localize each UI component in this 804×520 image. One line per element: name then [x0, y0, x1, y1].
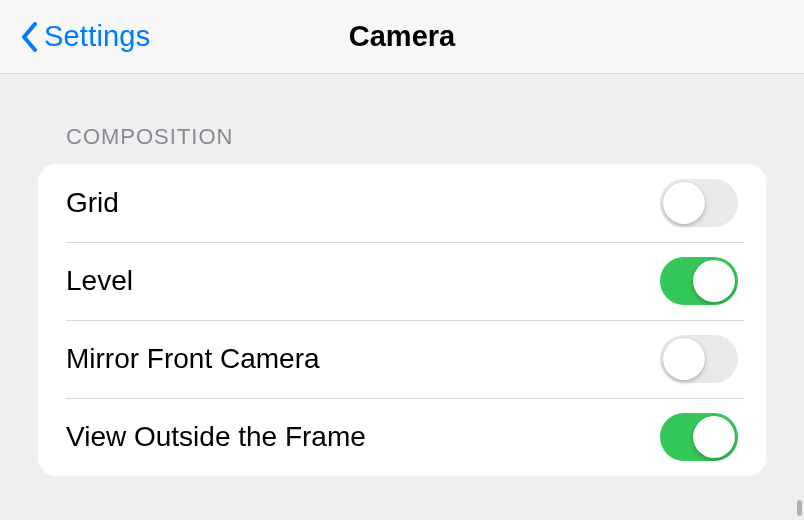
row-mirror-front-camera[interactable]: Mirror Front Camera — [38, 320, 766, 398]
settings-group-composition: Grid Level Mirror Front Camera View Outs… — [38, 164, 766, 476]
row-label: Mirror Front Camera — [66, 343, 320, 375]
switch-grid[interactable] — [660, 179, 738, 227]
switch-level[interactable] — [660, 257, 738, 305]
row-label: Level — [66, 265, 133, 297]
scrollbar[interactable] — [797, 500, 802, 516]
back-button[interactable]: Settings — [18, 20, 150, 54]
navbar: Settings Camera — [0, 0, 804, 74]
section-header-composition: COMPOSITION — [66, 124, 766, 150]
switch-knob — [693, 260, 735, 302]
switch-view-outside-the-frame[interactable] — [660, 413, 738, 461]
row-level[interactable]: Level — [38, 242, 766, 320]
row-label: Grid — [66, 187, 119, 219]
row-grid[interactable]: Grid — [38, 164, 766, 242]
row-label: View Outside the Frame — [66, 421, 366, 453]
switch-knob — [663, 182, 705, 224]
switch-mirror-front-camera[interactable] — [660, 335, 738, 383]
back-label: Settings — [44, 20, 150, 53]
chevron-left-icon — [18, 20, 42, 54]
switch-knob — [663, 338, 705, 380]
content: COMPOSITION Grid Level Mirror Front Came… — [0, 124, 804, 476]
row-view-outside-the-frame[interactable]: View Outside the Frame — [38, 398, 766, 476]
switch-knob — [693, 416, 735, 458]
